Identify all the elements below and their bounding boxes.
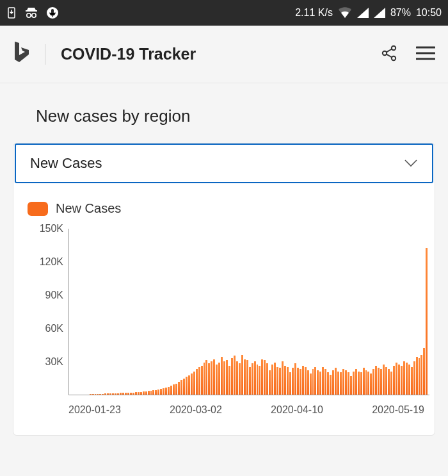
chart-bar xyxy=(332,370,334,395)
chart-bar xyxy=(358,372,360,395)
chart-bar xyxy=(117,393,119,395)
chart-bar xyxy=(160,389,162,395)
legend-label: New Cases xyxy=(56,201,121,216)
chart-bar xyxy=(261,359,263,395)
chart-bar xyxy=(312,369,314,395)
chart-bar xyxy=(95,394,97,395)
chart-bar xyxy=(274,363,276,395)
metric-dropdown[interactable]: New Cases xyxy=(15,144,433,183)
chart-bar xyxy=(216,365,218,395)
chart-bar xyxy=(120,393,122,395)
chart-bar xyxy=(157,390,159,395)
chart-bar xyxy=(282,361,284,395)
chart-bar xyxy=(305,367,307,395)
incognito-icon xyxy=(24,6,38,19)
chart-bar xyxy=(143,391,145,395)
chart-bar xyxy=(208,363,210,395)
chart-bar xyxy=(360,372,362,395)
chart-bar xyxy=(234,356,236,395)
svg-point-8 xyxy=(392,56,396,60)
chart-bar xyxy=(218,363,220,395)
chart-bar xyxy=(231,358,233,395)
chart-bar xyxy=(191,373,193,395)
chart-bar xyxy=(196,369,198,395)
chart-bar xyxy=(302,366,304,395)
y-tick-label: 30K xyxy=(45,356,63,368)
chart-bar xyxy=(223,361,225,395)
chart-bar xyxy=(155,390,157,395)
chart-bar xyxy=(175,384,177,395)
chart-bar xyxy=(269,370,271,395)
chart-plot xyxy=(68,229,429,395)
chart-bar xyxy=(310,373,312,395)
chart-bar xyxy=(102,394,104,395)
chart-bar xyxy=(393,366,395,395)
chart-bar xyxy=(130,393,132,395)
chart-bar xyxy=(246,360,248,395)
chart-bar xyxy=(375,366,377,395)
chart-bar xyxy=(413,361,415,395)
chart-bar xyxy=(99,394,101,395)
divider xyxy=(45,44,45,65)
chart-bar xyxy=(297,368,299,395)
chart-bar xyxy=(183,379,185,395)
chart-bar xyxy=(259,366,260,395)
chart-bar xyxy=(345,370,347,395)
chart-bar xyxy=(279,368,281,395)
chart-bar xyxy=(419,358,420,395)
chart-bar xyxy=(367,372,369,395)
chart-bar xyxy=(340,372,342,395)
chart-bar xyxy=(330,375,332,395)
chart-bar xyxy=(388,369,390,395)
download-icon xyxy=(6,7,17,19)
chart-bar xyxy=(363,368,365,395)
chart-bar xyxy=(168,387,170,395)
wifi-icon xyxy=(338,7,352,19)
chart-bar xyxy=(294,363,296,395)
x-tick-label: 2020-04-10 xyxy=(271,404,323,416)
y-tick-label: 150K xyxy=(40,223,63,234)
chart-bar xyxy=(152,390,154,395)
chart-bar xyxy=(324,369,326,395)
chart-bar xyxy=(406,363,408,395)
chart-bar xyxy=(276,367,278,395)
chart-bar xyxy=(317,370,319,395)
chart-bar xyxy=(115,393,116,395)
chart-bar xyxy=(104,393,106,395)
chart-bar xyxy=(239,363,241,395)
chart-bar xyxy=(205,360,207,395)
page-title: COVID-19 Tracker xyxy=(61,45,380,63)
chart-bar xyxy=(353,372,355,395)
chart-bar xyxy=(180,380,182,395)
share-icon[interactable] xyxy=(380,44,398,65)
chevron-down-icon xyxy=(404,155,418,172)
network-speed: 2.11 K/s xyxy=(295,7,333,19)
svg-point-2 xyxy=(27,13,31,17)
chart-bar xyxy=(252,363,253,395)
menu-icon[interactable] xyxy=(416,45,435,63)
chart-bar xyxy=(380,369,382,395)
section-title: New cases by region xyxy=(36,106,435,126)
chart-bar xyxy=(249,367,251,395)
chart-bar xyxy=(173,384,175,395)
chart-card: New Cases New Cases 150K120K90K60K30K 20… xyxy=(13,143,435,436)
chart-bar xyxy=(163,388,164,395)
chart-bar xyxy=(127,393,129,395)
chart-bar xyxy=(322,367,324,395)
chart-bar xyxy=(165,388,167,395)
x-tick-label: 2020-01-23 xyxy=(68,404,121,416)
chart-bar xyxy=(125,393,127,395)
chart-bar xyxy=(213,359,215,395)
chart-bar xyxy=(92,394,94,395)
legend-swatch xyxy=(28,202,48,216)
chart-bar xyxy=(135,392,137,395)
chart-bar xyxy=(300,369,301,395)
bing-logo-icon[interactable] xyxy=(13,40,29,68)
chart-bar xyxy=(122,393,124,395)
signal-icon xyxy=(357,8,369,18)
chart-bar xyxy=(284,366,286,395)
chart-bar xyxy=(198,367,200,395)
chart-bar xyxy=(244,359,246,395)
chart-bar xyxy=(140,392,142,395)
chart-bar xyxy=(97,394,99,395)
